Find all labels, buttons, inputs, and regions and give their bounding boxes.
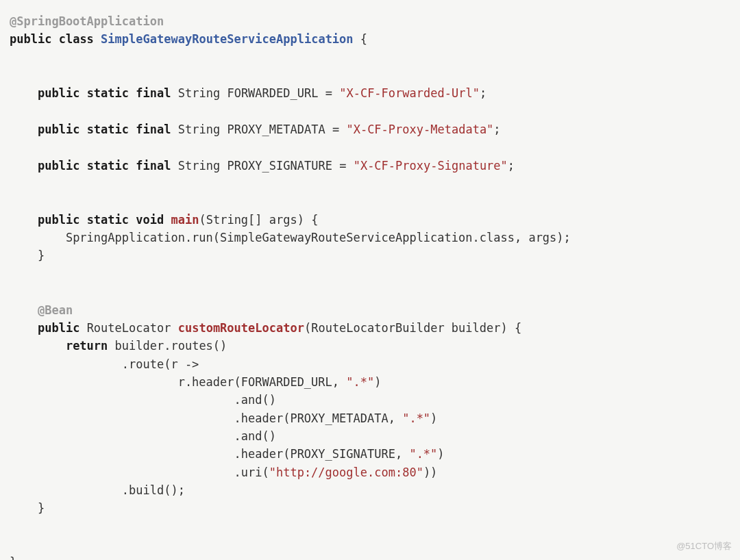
main-method: main	[171, 213, 199, 227]
type-string: String	[178, 159, 220, 173]
kw-public: public	[38, 213, 79, 227]
kw-public: public	[38, 123, 79, 136]
kw-public: public	[38, 86, 79, 100]
kw-class: class	[59, 32, 94, 46]
watermark: @51CTO博客	[676, 539, 732, 553]
regex3: ".*"	[409, 447, 437, 461]
kw-static: static	[87, 123, 129, 136]
semi: ;	[493, 123, 500, 136]
type-string: String	[178, 86, 220, 100]
open-brace: {	[360, 32, 367, 46]
uri-val: "http://google.com:80"	[269, 466, 423, 479]
close-brace: }	[38, 501, 45, 515]
close-paren2: ))	[423, 466, 437, 479]
kw-static: static	[87, 86, 129, 100]
annotation-bean: @Bean	[38, 303, 73, 317]
uri-call: .uri(	[234, 466, 269, 479]
crl-name: customRouteLocator	[178, 321, 304, 335]
header2: .header(PROXY_METADATA,	[234, 411, 403, 425]
header3: .header(PROXY_SIGNATURE,	[234, 447, 410, 461]
annotation-springboot: @SpringBootApplication	[10, 14, 164, 28]
semi: ;	[480, 86, 486, 100]
crl-return-type: RouteLocator	[87, 321, 171, 335]
kw-public: public	[38, 159, 79, 173]
route-open: .route(r ->	[122, 357, 199, 371]
field2: PROXY_METADATA	[227, 123, 325, 136]
pc2: )	[430, 411, 437, 425]
kw-final: final	[136, 123, 171, 136]
kw-final: final	[136, 159, 171, 173]
eq: =	[318, 86, 339, 100]
pc1: )	[374, 375, 381, 389]
and2: .and()	[234, 429, 276, 443]
regex1: ".*"	[346, 375, 374, 389]
field1: FORWARDED_URL	[227, 86, 318, 100]
field3: PROXY_SIGNATURE	[227, 159, 332, 173]
class-name: SimpleGatewayRouteServiceApplication	[101, 32, 353, 46]
eq: =	[332, 159, 354, 173]
main-body: SpringApplication.run(SimpleGatewayRoute…	[66, 231, 571, 244]
kw-final: final	[136, 86, 171, 100]
kw-public: public	[38, 321, 79, 335]
eq: =	[325, 123, 347, 136]
close-brace: }	[38, 249, 45, 262]
kw-static: static	[87, 213, 129, 227]
regex2: ".*"	[402, 411, 430, 425]
semi: ;	[508, 159, 515, 173]
crl-params: (RouteLocatorBuilder builder) {	[304, 321, 521, 335]
header1: r.header(FORWARDED_URL,	[178, 375, 347, 389]
close-brace-outer: }	[10, 555, 16, 560]
code-block: @SpringBootApplication public class Simp…	[0, 0, 740, 560]
build: .build();	[122, 483, 185, 497]
val1: "X-CF-Forwarded-Url"	[339, 86, 480, 100]
and1: .and()	[234, 393, 276, 407]
main-params: (String[] args) {	[199, 213, 318, 227]
kw-return: return	[66, 339, 108, 353]
val2: "X-CF-Proxy-Metadata"	[346, 123, 493, 136]
val3: "X-CF-Proxy-Signature"	[354, 159, 508, 173]
type-string: String	[178, 123, 220, 136]
kw-public: public	[10, 32, 51, 46]
kw-void: void	[136, 213, 164, 227]
pc3: )	[437, 447, 444, 461]
kw-static: static	[87, 159, 129, 173]
routes: builder.routes()	[115, 339, 227, 353]
